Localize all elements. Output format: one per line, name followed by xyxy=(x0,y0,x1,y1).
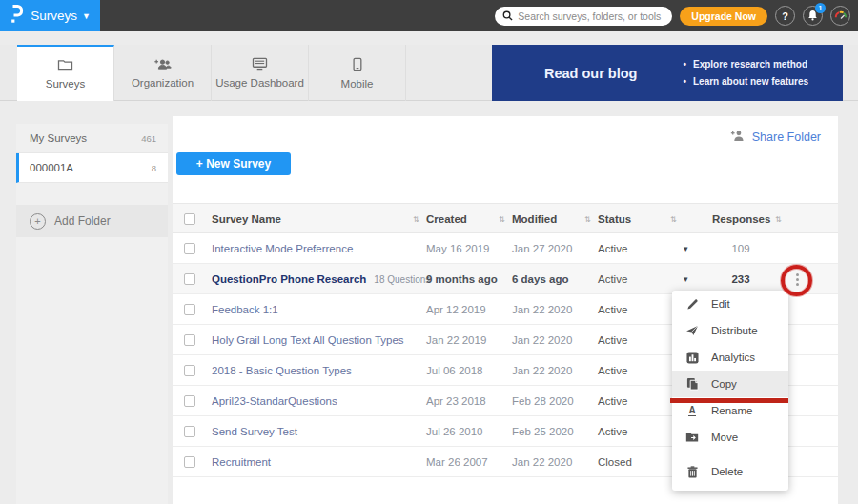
created-cell: Apr 23 2018 xyxy=(426,386,486,416)
sort-icon[interactable]: ⇅ xyxy=(775,204,782,234)
blog-banner[interactable]: Read our blog •Explore research method•L… xyxy=(492,45,843,101)
col-created[interactable]: Created xyxy=(426,204,467,234)
tab-bar: SurveysOrganizationUsage DashboardMobile xyxy=(17,45,406,101)
upgrade-now-button[interactable]: Upgrade Now xyxy=(680,7,767,26)
menu-item-rename[interactable]: ARename xyxy=(672,397,788,424)
modified-cell: Jan 22 2020 xyxy=(512,447,572,477)
add-folder-label: Add Folder xyxy=(54,214,111,228)
gauge-icon xyxy=(834,10,848,23)
checkbox-icon xyxy=(184,456,195,468)
global-search[interactable] xyxy=(495,7,672,26)
tab-label: Usage Dashboard xyxy=(215,77,304,89)
sort-icon[interactable]: ⇅ xyxy=(413,204,419,234)
modified-cell: Jan 27 2020 xyxy=(512,233,572,264)
rename-icon: A xyxy=(685,405,699,416)
col-survey-name[interactable]: Survey Name xyxy=(212,204,281,234)
col-modified[interactable]: Modified xyxy=(512,204,557,234)
row-checkbox[interactable] xyxy=(184,233,195,264)
tab-label: Surveys xyxy=(46,78,86,90)
survey-name: Interactive Mode Preferrence xyxy=(212,243,353,254)
status-dropdown[interactable]: ▾ xyxy=(684,233,688,264)
sort-icon[interactable]: ⇅ xyxy=(584,204,591,234)
survey-name-link[interactable]: Recruitment xyxy=(212,447,271,477)
sort-icon[interactable]: ⇅ xyxy=(499,204,505,234)
sort-icon[interactable]: ⇅ xyxy=(670,204,677,234)
menu-item-label: Edit xyxy=(711,298,730,310)
banner-bullet-text: Learn about new features xyxy=(693,76,808,87)
help-button[interactable]: ? xyxy=(775,6,795,26)
survey-name-link[interactable]: April23-StandarQuestions xyxy=(212,386,337,416)
survey-name: 2018 - Basic Question Types xyxy=(212,365,352,376)
menu-item-copy[interactable]: Copy xyxy=(672,371,788,397)
menu-item-edit[interactable]: Edit xyxy=(672,291,788,317)
banner-bullets: •Explore research method•Learn about new… xyxy=(683,56,808,91)
folder-list: My Surveys461000001A8 xyxy=(16,124,168,183)
tab-surveys[interactable]: Surveys xyxy=(17,45,114,101)
row-checkbox[interactable] xyxy=(184,325,195,355)
menu-item-label: Delete xyxy=(711,466,743,477)
created-cell: Jul 06 2018 xyxy=(426,355,482,386)
account-health-button[interactable] xyxy=(830,6,850,26)
col-status[interactable]: Status xyxy=(598,204,631,234)
table-header: Survey Name⇅Created⇅Modified⇅Status⇅Resp… xyxy=(173,203,838,233)
status-cell: Active xyxy=(598,355,627,386)
survey-name-link[interactable]: Holy Grail Long Text All Question Types xyxy=(212,325,404,355)
status-cell: Active xyxy=(598,416,627,447)
menu-item-distribute[interactable]: Distribute xyxy=(672,317,788,344)
modified-cell: Feb 25 2020 xyxy=(512,416,574,447)
created-cell: Jul 26 2010 xyxy=(426,416,482,447)
search-icon xyxy=(502,8,513,25)
bullet-dot-icon: • xyxy=(683,76,686,87)
dot xyxy=(796,278,799,281)
top-bar: Surveys ▼ Upgrade Now ? 1 xyxy=(0,0,858,31)
question-count: 18 Questions xyxy=(374,274,430,285)
share-folder-button[interactable]: Share Folder xyxy=(730,129,821,146)
survey-name-link[interactable]: Feedback 1:1 xyxy=(212,294,278,325)
tab-mobile[interactable]: Mobile xyxy=(309,45,406,101)
col-responses[interactable]: Responses xyxy=(712,204,770,234)
created-cell: Jan 22 2019 xyxy=(426,325,486,355)
checkbox-icon xyxy=(184,365,195,376)
survey-name-link[interactable]: Send Survey Test xyxy=(212,416,297,447)
banner-bullet: •Learn about new features xyxy=(683,73,808,91)
new-survey-button[interactable]: + New Survey xyxy=(176,152,291,175)
survey-name-link[interactable]: Interactive Mode Preferrence xyxy=(212,233,353,264)
row-checkbox[interactable] xyxy=(184,264,195,294)
survey-name-link[interactable]: QuestionPro Phone Research18 Questions xyxy=(212,264,430,294)
menu-item-delete[interactable]: Delete xyxy=(672,458,788,485)
tab-usage-dashboard[interactable]: Usage Dashboard xyxy=(212,45,309,101)
row-checkbox[interactable] xyxy=(184,447,195,477)
menu-item-label: Analytics xyxy=(711,352,755,363)
share-folder-label: Share Folder xyxy=(752,131,821,144)
menu-item-analytics[interactable]: Analytics xyxy=(672,344,788,371)
send-icon xyxy=(685,325,699,336)
row-checkbox[interactable] xyxy=(184,416,195,447)
sidebar-item-my-surveys[interactable]: My Surveys461 xyxy=(16,124,168,153)
menu-item-label: Distribute xyxy=(711,325,758,336)
question-mark-icon: ? xyxy=(782,10,788,22)
row-checkbox[interactable] xyxy=(184,386,195,416)
sidebar-item-000001a[interactable]: 000001A8 xyxy=(16,153,168,183)
dot xyxy=(796,283,799,286)
checkbox-icon xyxy=(184,213,195,225)
banner-title: Read our blog xyxy=(544,66,637,81)
tab-label: Organization xyxy=(132,77,194,89)
banner-bullet-text: Explore research method xyxy=(693,59,807,70)
survey-name-link[interactable]: 2018 - Basic Question Types xyxy=(212,355,352,386)
folder-name: My Surveys xyxy=(30,132,87,144)
header-select-checkbox[interactable] xyxy=(184,204,195,234)
chevron-down-icon: ▼ xyxy=(82,11,91,21)
created-cell: 9 months ago xyxy=(426,264,498,294)
notification-badge: 1 xyxy=(815,3,826,13)
product-name: Surveys xyxy=(31,9,77,23)
menu-item-move[interactable]: Move xyxy=(672,424,788,451)
row-checkbox[interactable] xyxy=(184,294,195,325)
search-input[interactable] xyxy=(518,10,664,22)
product-switcher[interactable]: Surveys ▼ xyxy=(0,0,100,31)
modified-cell: Jan 22 2020 xyxy=(512,294,572,325)
notifications-button[interactable]: 1 xyxy=(803,6,823,26)
row-menu-button[interactable] xyxy=(790,271,804,288)
add-folder-button[interactable]: + Add Folder xyxy=(16,205,168,237)
row-checkbox[interactable] xyxy=(184,355,195,386)
tab-organization[interactable]: Organization xyxy=(114,45,212,101)
